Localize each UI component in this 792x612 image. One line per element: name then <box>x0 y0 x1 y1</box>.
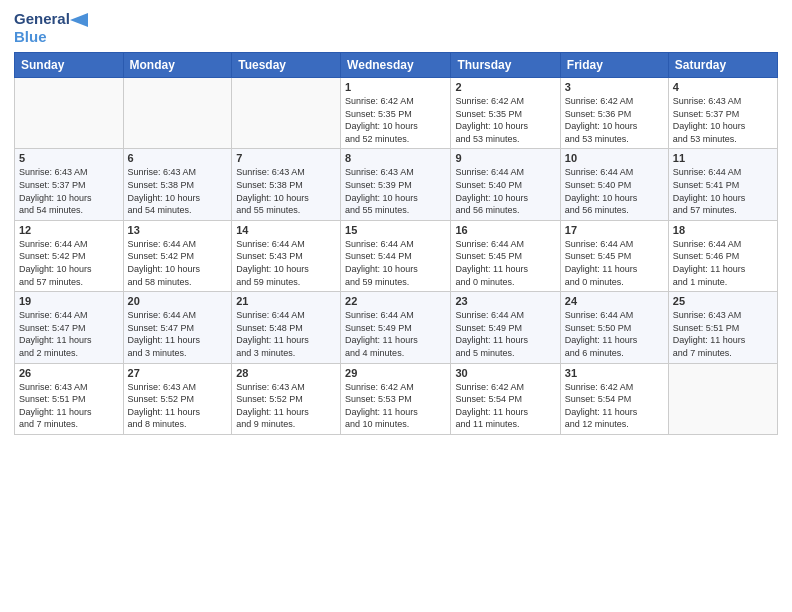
day-info: Sunrise: 6:44 AM Sunset: 5:47 PM Dayligh… <box>19 309 119 359</box>
day-number: 20 <box>128 295 228 307</box>
calendar-cell: 21Sunrise: 6:44 AM Sunset: 5:48 PM Dayli… <box>232 292 341 363</box>
svg-marker-0 <box>70 13 88 27</box>
page-container: General Blue SundayMondayTuesdayWednesda… <box>0 0 792 443</box>
day-number: 30 <box>455 367 555 379</box>
day-number: 6 <box>128 152 228 164</box>
day-number: 1 <box>345 81 446 93</box>
day-number: 22 <box>345 295 446 307</box>
day-info: Sunrise: 6:43 AM Sunset: 5:37 PM Dayligh… <box>19 166 119 216</box>
calendar-cell: 12Sunrise: 6:44 AM Sunset: 5:42 PM Dayli… <box>15 220 124 291</box>
calendar-week-3: 12Sunrise: 6:44 AM Sunset: 5:42 PM Dayli… <box>15 220 778 291</box>
calendar-cell: 30Sunrise: 6:42 AM Sunset: 5:54 PM Dayli… <box>451 363 560 434</box>
day-number: 27 <box>128 367 228 379</box>
calendar-week-5: 26Sunrise: 6:43 AM Sunset: 5:51 PM Dayli… <box>15 363 778 434</box>
calendar-cell: 22Sunrise: 6:44 AM Sunset: 5:49 PM Dayli… <box>341 292 451 363</box>
day-info: Sunrise: 6:42 AM Sunset: 5:35 PM Dayligh… <box>345 95 446 145</box>
day-info: Sunrise: 6:43 AM Sunset: 5:52 PM Dayligh… <box>128 381 228 431</box>
day-info: Sunrise: 6:42 AM Sunset: 5:35 PM Dayligh… <box>455 95 555 145</box>
calendar-cell: 26Sunrise: 6:43 AM Sunset: 5:51 PM Dayli… <box>15 363 124 434</box>
calendar-cell: 7Sunrise: 6:43 AM Sunset: 5:38 PM Daylig… <box>232 149 341 220</box>
calendar-cell: 8Sunrise: 6:43 AM Sunset: 5:39 PM Daylig… <box>341 149 451 220</box>
calendar-header-monday: Monday <box>123 53 232 78</box>
day-info: Sunrise: 6:43 AM Sunset: 5:51 PM Dayligh… <box>673 309 773 359</box>
day-info: Sunrise: 6:43 AM Sunset: 5:38 PM Dayligh… <box>236 166 336 216</box>
calendar-header-thursday: Thursday <box>451 53 560 78</box>
day-info: Sunrise: 6:42 AM Sunset: 5:54 PM Dayligh… <box>565 381 664 431</box>
calendar-header-friday: Friday <box>560 53 668 78</box>
day-info: Sunrise: 6:44 AM Sunset: 5:49 PM Dayligh… <box>455 309 555 359</box>
day-info: Sunrise: 6:44 AM Sunset: 5:40 PM Dayligh… <box>565 166 664 216</box>
calendar-cell: 2Sunrise: 6:42 AM Sunset: 5:35 PM Daylig… <box>451 78 560 149</box>
calendar-cell: 10Sunrise: 6:44 AM Sunset: 5:40 PM Dayli… <box>560 149 668 220</box>
day-number: 26 <box>19 367 119 379</box>
day-number: 4 <box>673 81 773 93</box>
calendar-cell: 9Sunrise: 6:44 AM Sunset: 5:40 PM Daylig… <box>451 149 560 220</box>
day-info: Sunrise: 6:43 AM Sunset: 5:39 PM Dayligh… <box>345 166 446 216</box>
calendar-cell <box>232 78 341 149</box>
day-number: 31 <box>565 367 664 379</box>
day-number: 24 <box>565 295 664 307</box>
calendar-cell <box>15 78 124 149</box>
calendar-week-2: 5Sunrise: 6:43 AM Sunset: 5:37 PM Daylig… <box>15 149 778 220</box>
logo-text: General Blue <box>14 10 88 46</box>
day-number: 28 <box>236 367 336 379</box>
calendar-header-row: SundayMondayTuesdayWednesdayThursdayFrid… <box>15 53 778 78</box>
day-info: Sunrise: 6:43 AM Sunset: 5:38 PM Dayligh… <box>128 166 228 216</box>
day-info: Sunrise: 6:43 AM Sunset: 5:52 PM Dayligh… <box>236 381 336 431</box>
day-number: 3 <box>565 81 664 93</box>
day-info: Sunrise: 6:44 AM Sunset: 5:50 PM Dayligh… <box>565 309 664 359</box>
calendar-cell: 3Sunrise: 6:42 AM Sunset: 5:36 PM Daylig… <box>560 78 668 149</box>
calendar-cell <box>668 363 777 434</box>
calendar-cell: 24Sunrise: 6:44 AM Sunset: 5:50 PM Dayli… <box>560 292 668 363</box>
calendar-cell <box>123 78 232 149</box>
day-info: Sunrise: 6:44 AM Sunset: 5:42 PM Dayligh… <box>19 238 119 288</box>
day-number: 7 <box>236 152 336 164</box>
day-number: 18 <box>673 224 773 236</box>
day-number: 10 <box>565 152 664 164</box>
day-info: Sunrise: 6:44 AM Sunset: 5:44 PM Dayligh… <box>345 238 446 288</box>
day-info: Sunrise: 6:42 AM Sunset: 5:54 PM Dayligh… <box>455 381 555 431</box>
day-info: Sunrise: 6:44 AM Sunset: 5:48 PM Dayligh… <box>236 309 336 359</box>
day-info: Sunrise: 6:44 AM Sunset: 5:46 PM Dayligh… <box>673 238 773 288</box>
day-number: 29 <box>345 367 446 379</box>
day-info: Sunrise: 6:43 AM Sunset: 5:51 PM Dayligh… <box>19 381 119 431</box>
calendar-header-sunday: Sunday <box>15 53 124 78</box>
calendar-cell: 29Sunrise: 6:42 AM Sunset: 5:53 PM Dayli… <box>341 363 451 434</box>
calendar-cell: 17Sunrise: 6:44 AM Sunset: 5:45 PM Dayli… <box>560 220 668 291</box>
day-number: 17 <box>565 224 664 236</box>
day-info: Sunrise: 6:44 AM Sunset: 5:47 PM Dayligh… <box>128 309 228 359</box>
day-number: 9 <box>455 152 555 164</box>
day-number: 19 <box>19 295 119 307</box>
day-info: Sunrise: 6:44 AM Sunset: 5:43 PM Dayligh… <box>236 238 336 288</box>
calendar-cell: 1Sunrise: 6:42 AM Sunset: 5:35 PM Daylig… <box>341 78 451 149</box>
day-info: Sunrise: 6:44 AM Sunset: 5:45 PM Dayligh… <box>455 238 555 288</box>
calendar-week-1: 1Sunrise: 6:42 AM Sunset: 5:35 PM Daylig… <box>15 78 778 149</box>
calendar-cell: 5Sunrise: 6:43 AM Sunset: 5:37 PM Daylig… <box>15 149 124 220</box>
day-info: Sunrise: 6:44 AM Sunset: 5:49 PM Dayligh… <box>345 309 446 359</box>
day-number: 23 <box>455 295 555 307</box>
day-number: 8 <box>345 152 446 164</box>
day-number: 11 <box>673 152 773 164</box>
calendar-table: SundayMondayTuesdayWednesdayThursdayFrid… <box>14 52 778 435</box>
calendar-header-tuesday: Tuesday <box>232 53 341 78</box>
day-info: Sunrise: 6:43 AM Sunset: 5:37 PM Dayligh… <box>673 95 773 145</box>
calendar-cell: 20Sunrise: 6:44 AM Sunset: 5:47 PM Dayli… <box>123 292 232 363</box>
calendar-header-wednesday: Wednesday <box>341 53 451 78</box>
header: General Blue <box>14 10 778 46</box>
calendar-cell: 13Sunrise: 6:44 AM Sunset: 5:42 PM Dayli… <box>123 220 232 291</box>
day-number: 2 <box>455 81 555 93</box>
day-number: 14 <box>236 224 336 236</box>
calendar-cell: 25Sunrise: 6:43 AM Sunset: 5:51 PM Dayli… <box>668 292 777 363</box>
day-info: Sunrise: 6:44 AM Sunset: 5:41 PM Dayligh… <box>673 166 773 216</box>
calendar-cell: 23Sunrise: 6:44 AM Sunset: 5:49 PM Dayli… <box>451 292 560 363</box>
day-info: Sunrise: 6:44 AM Sunset: 5:40 PM Dayligh… <box>455 166 555 216</box>
day-number: 16 <box>455 224 555 236</box>
day-number: 13 <box>128 224 228 236</box>
calendar-cell: 19Sunrise: 6:44 AM Sunset: 5:47 PM Dayli… <box>15 292 124 363</box>
calendar-cell: 14Sunrise: 6:44 AM Sunset: 5:43 PM Dayli… <box>232 220 341 291</box>
day-info: Sunrise: 6:44 AM Sunset: 5:42 PM Dayligh… <box>128 238 228 288</box>
calendar-cell: 4Sunrise: 6:43 AM Sunset: 5:37 PM Daylig… <box>668 78 777 149</box>
calendar-cell: 16Sunrise: 6:44 AM Sunset: 5:45 PM Dayli… <box>451 220 560 291</box>
day-number: 25 <box>673 295 773 307</box>
calendar-header-saturday: Saturday <box>668 53 777 78</box>
